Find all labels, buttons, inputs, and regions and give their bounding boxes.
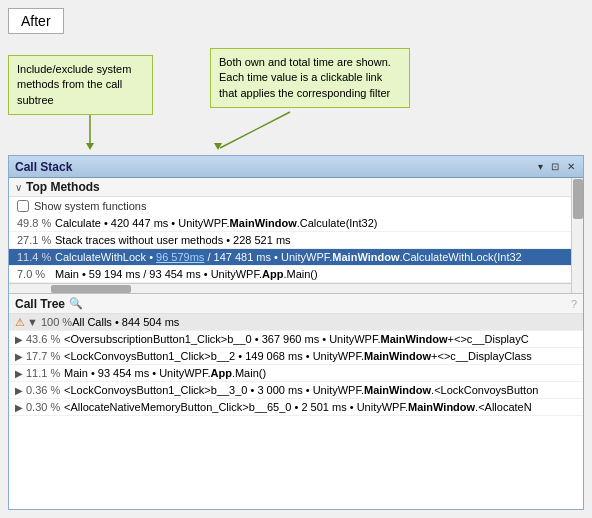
top-methods-row[interactable]: 49.8 % Calculate • 420 447 ms • UnityWPF… bbox=[9, 215, 583, 232]
ct-content: <LockConvoysButton1_Click>b__2 • 149 068… bbox=[64, 350, 577, 362]
expand-arrow[interactable]: ▶ bbox=[15, 402, 23, 413]
search-icon[interactable]: 🔍 bbox=[69, 297, 83, 310]
ct-content: <AllocateNativeMemoryButton_Click>b__65_… bbox=[64, 401, 577, 413]
call-tree-header: Call Tree 🔍 ? bbox=[9, 294, 583, 314]
ct-content: Main • 93 454 ms • UnityWPF.App.Main() bbox=[64, 367, 577, 379]
scrollbar-thumb[interactable] bbox=[573, 179, 583, 219]
tooltip-left: Include/exclude system methods from the … bbox=[8, 55, 153, 115]
call-tree-row[interactable]: ▶ 43.6 % <OversubscriptionButton1_Click>… bbox=[9, 331, 583, 348]
warning-icon: ⚠ bbox=[15, 316, 25, 329]
after-label: After bbox=[8, 8, 64, 34]
tooltip-right: Both own and total time are shown. Each … bbox=[210, 48, 410, 108]
expand-arrow[interactable]: ▶ bbox=[15, 351, 23, 362]
top-methods-section: ∨ Top Methods ? Show system functions 49… bbox=[9, 178, 583, 294]
float-button[interactable]: ⊡ bbox=[549, 161, 561, 172]
svg-line-2 bbox=[220, 112, 290, 148]
row-content: Calculate • 420 447 ms • UnityWPF.MainWi… bbox=[55, 217, 575, 229]
row-content: Main • 59 194 ms / 93 454 ms • UnityWPF.… bbox=[55, 268, 575, 280]
show-system-functions-label: Show system functions bbox=[34, 200, 147, 212]
top-methods-rows: 49.8 % Calculate • 420 447 ms • UnityWPF… bbox=[9, 215, 583, 283]
main-panel: Call Stack ▾ ⊡ ✕ ∨ Top Methods ? Show sy… bbox=[8, 155, 584, 510]
row-percent: 27.1 % bbox=[17, 234, 55, 246]
ct-percent: 0.30 % bbox=[26, 401, 64, 413]
expand-arrow[interactable]: ▶ bbox=[15, 385, 23, 396]
tooltip-right-text: Both own and total time are shown. Each … bbox=[219, 56, 391, 99]
row-percent: 49.8 % bbox=[17, 217, 55, 229]
top-methods-title-row: ∨ Top Methods ? bbox=[9, 178, 583, 197]
show-system-functions-checkbox[interactable] bbox=[17, 200, 29, 212]
ct-percent: ▼ 100 % bbox=[27, 316, 72, 328]
svg-marker-1 bbox=[86, 143, 94, 150]
svg-marker-3 bbox=[214, 143, 222, 150]
h-scrollbar-thumb[interactable] bbox=[51, 285, 131, 293]
ct-percent: 11.1 % bbox=[26, 367, 64, 379]
top-methods-row-selected[interactable]: 11.4 % CalculateWithLock • 96 579ms / 14… bbox=[9, 249, 583, 266]
row-content: Stack traces without user methods • 228 … bbox=[55, 234, 575, 246]
horizontal-scrollbar[interactable] bbox=[9, 283, 583, 293]
show-system-functions-row: Show system functions bbox=[9, 197, 583, 215]
tooltip-left-text: Include/exclude system methods from the … bbox=[17, 63, 131, 106]
ct-percent: 17.7 % bbox=[26, 350, 64, 362]
ct-content: All Calls • 844 504 ms bbox=[72, 316, 577, 328]
ct-percent: 0.36 % bbox=[26, 384, 64, 396]
row-percent: 7.0 % bbox=[17, 268, 55, 280]
expand-arrow[interactable]: ▶ bbox=[15, 334, 23, 345]
pin-button[interactable]: ▾ bbox=[536, 161, 545, 172]
call-tree-header-row[interactable]: ⚠ ▼ 100 % All Calls • 844 504 ms bbox=[9, 314, 583, 331]
row-content: CalculateWithLock • 96 579ms / 147 481 m… bbox=[55, 251, 575, 263]
call-tree-row[interactable]: ▶ 17.7 % <LockConvoysButton1_Click>b__2 … bbox=[9, 348, 583, 365]
call-tree-section: Call Tree 🔍 ? ⚠ ▼ 100 % All Calls • 844 … bbox=[9, 294, 583, 509]
top-methods-row[interactable]: 7.0 % Main • 59 194 ms / 93 454 ms • Uni… bbox=[9, 266, 583, 283]
panel-title: Call Stack bbox=[15, 160, 72, 174]
ct-percent: 43.6 % bbox=[26, 333, 64, 345]
time-link[interactable]: 96 579ms bbox=[156, 251, 204, 263]
top-methods-toggle[interactable]: ∨ bbox=[15, 182, 22, 193]
call-tree-row[interactable]: ▶ 0.36 % <LockConvoysButton1_Click>b__3_… bbox=[9, 382, 583, 399]
call-tree-row[interactable]: ▶ 11.1 % Main • 93 454 ms • UnityWPF.App… bbox=[9, 365, 583, 382]
call-tree-rows: ⚠ ▼ 100 % All Calls • 844 504 ms ▶ 43.6 … bbox=[9, 314, 583, 509]
call-tree-help[interactable]: ? bbox=[571, 298, 577, 310]
call-tree-row[interactable]: ▶ 0.30 % <AllocateNativeMemoryButton_Cli… bbox=[9, 399, 583, 416]
ct-content: <OversubscriptionButton1_Click>b__0 • 36… bbox=[64, 333, 577, 345]
panel-controls: ▾ ⊡ ✕ bbox=[536, 161, 577, 172]
panel-header: Call Stack ▾ ⊡ ✕ bbox=[9, 156, 583, 178]
top-methods-scrollbar[interactable] bbox=[571, 178, 583, 293]
row-percent: 11.4 % bbox=[17, 251, 55, 263]
close-button[interactable]: ✕ bbox=[565, 161, 577, 172]
call-tree-title: Call Tree bbox=[15, 297, 65, 311]
top-methods-row[interactable]: 27.1 % Stack traces without user methods… bbox=[9, 232, 583, 249]
ct-content: <LockConvoysButton1_Click>b__3_0 • 3 000… bbox=[64, 384, 577, 396]
top-methods-title: Top Methods bbox=[26, 180, 100, 194]
expand-arrow[interactable]: ▶ bbox=[15, 368, 23, 379]
